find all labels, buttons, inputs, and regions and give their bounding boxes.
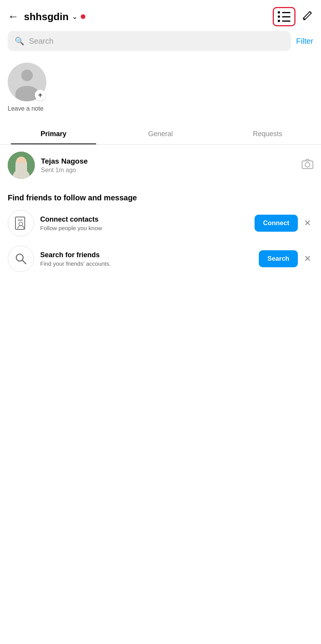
tabs-container: Primary General Requests (0, 124, 321, 145)
story-avatar-wrapper[interactable]: + (8, 63, 46, 101)
message-row[interactable]: Tejas Nagose Sent 1m ago (0, 145, 321, 186)
search-friends-icon-circle (8, 246, 34, 272)
connect-contacts-title: Connect contacts (40, 215, 248, 224)
list-icon-row-2 (278, 15, 290, 18)
username-label: shhsgdin (24, 11, 69, 23)
filter-button[interactable]: Filter (296, 37, 313, 46)
search-friends-subtitle: Find your friends' accounts. (40, 260, 253, 267)
search-button[interactable]: Search (259, 250, 298, 267)
header-right (273, 7, 313, 26)
message-time: Sent 1m ago (41, 167, 296, 174)
tab-primary[interactable]: Primary (0, 124, 107, 144)
camera-icon[interactable] (302, 159, 313, 172)
contacts-icon (15, 216, 27, 230)
list-dot-3 (278, 20, 280, 22)
list-icon (278, 11, 290, 22)
avatar-image (8, 152, 35, 179)
svg-rect-3 (15, 162, 27, 174)
svg-rect-6 (15, 217, 25, 229)
svg-point-5 (305, 162, 310, 167)
list-dot-1 (278, 11, 280, 14)
connect-button[interactable]: Connect (255, 215, 298, 232)
search-friends-icon (15, 253, 27, 265)
dismiss-search-button[interactable]: ✕ (302, 251, 313, 266)
find-friends-section: Find friends to follow and message Conne… (0, 186, 321, 285)
list-dot-2 (278, 15, 280, 18)
story-section: + Leave a note (0, 59, 321, 120)
list-icon-row-3 (278, 20, 290, 22)
search-placeholder: Search (29, 37, 53, 46)
dismiss-connect-button[interactable]: ✕ (302, 216, 313, 231)
connect-contacts-icon-circle (8, 210, 34, 236)
search-container: 🔍 Search Filter (0, 31, 321, 59)
svg-line-10 (22, 260, 26, 264)
sender-name: Tejas Nagose (41, 157, 296, 166)
search-icon: 🔍 (15, 36, 24, 46)
chevron-down-icon[interactable]: ⌄ (72, 12, 78, 21)
search-friends-actions: Search ✕ (259, 250, 313, 267)
connect-contacts-actions: Connect ✕ (255, 215, 313, 232)
app-header: ← shhsgdin ⌄ (0, 0, 321, 31)
message-info: Tejas Nagose Sent 1m ago (41, 157, 296, 174)
username-row: shhsgdin ⌄ (24, 11, 85, 23)
search-bar[interactable]: 🔍 Search (8, 31, 291, 51)
list-icon-button[interactable] (273, 7, 296, 26)
avatar (8, 152, 35, 179)
search-friends-title: Search for friends (40, 251, 253, 259)
find-friends-title: Find friends to follow and message (8, 193, 313, 202)
avatar-head (21, 70, 33, 81)
connect-contacts-subtitle: Follow people you know (40, 225, 248, 231)
list-line-2 (282, 16, 290, 17)
connect-contacts-info: Connect contacts Follow people you know (40, 215, 248, 231)
compose-button[interactable] (302, 10, 313, 24)
active-status-dot (81, 14, 85, 19)
back-button[interactable]: ← (8, 10, 19, 23)
search-friends-row: Search for friends Find your friends' ac… (8, 246, 313, 272)
tab-requests[interactable]: Requests (214, 124, 321, 144)
header-left: ← shhsgdin ⌄ (8, 10, 85, 23)
connect-contacts-row: Connect contacts Follow people you know … (8, 210, 313, 236)
tab-general[interactable]: General (107, 124, 214, 144)
search-friends-info: Search for friends Find your friends' ac… (40, 251, 253, 267)
list-line-3 (282, 20, 290, 22)
list-icon-row-1 (278, 11, 290, 14)
leave-note-label[interactable]: Leave a note (8, 105, 44, 112)
list-line-1 (282, 12, 290, 13)
add-story-button[interactable]: + (35, 90, 46, 101)
